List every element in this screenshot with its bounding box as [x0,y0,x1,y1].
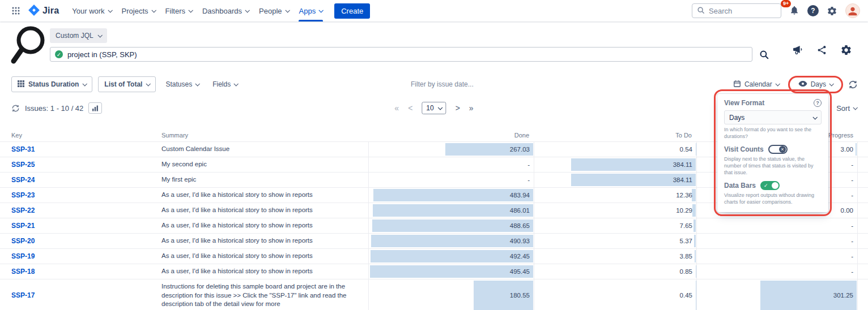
in-progress-duration-cell: - [696,249,858,264]
issue-key-cell: SSP-18 [11,264,161,279]
search-input[interactable] [709,7,776,15]
table-row: SSP-17 Instructions for deleting this sa… [0,279,868,310]
data-bar [695,250,696,262]
notification-badge: 9+ [781,0,791,7]
issue-key-link[interactable]: SSP-20 [11,237,35,245]
table-row: SSP-20 As a user, I'd like a historical … [0,233,868,248]
todo-value: 384.11 [673,161,692,168]
jql-input[interactable]: ✓ project in (SSP, SKP) [50,47,752,62]
chevron-down-icon [195,81,200,86]
issue-date-filter[interactable]: Filter by issue date... [411,80,474,88]
todo-value: 384.11 [673,176,692,183]
data-bars-toggle[interactable]: ✓ [760,181,780,190]
issue-key-link[interactable]: SSP-17 [11,291,35,299]
issue-key-link[interactable]: SSP-21 [11,222,35,230]
jql-search-icon[interactable] [759,50,769,59]
sync-icon[interactable] [848,80,858,89]
share-icon[interactable] [817,45,827,55]
visit-counts-toggle[interactable]: × [768,145,788,154]
primary-nav: Your work Projects Filters Dashboards Pe… [67,0,327,21]
view-format-label: Days [811,80,826,88]
todo-duration-cell: 10.29 [534,203,696,218]
first-page-button[interactable]: « [394,104,399,112]
app-switcher-icon[interactable] [8,4,24,18]
global-search[interactable] [692,3,781,18]
issue-key-link[interactable]: SSP-22 [11,206,35,214]
view-format-panel: View Format ? Days In which format do yo… [717,94,828,212]
data-bar [372,219,533,232]
nav-projects[interactable]: Projects [117,0,160,21]
create-button[interactable]: Create [334,3,370,19]
nav-right-actions: 9+ ? [692,3,860,18]
jira-status-duration-page: Jira Your work Projects Filters Dashboar… [0,0,868,310]
format-select[interactable]: Days [724,110,822,124]
panel-help-icon[interactable]: ? [814,99,822,107]
chevron-down-icon [108,8,112,12]
issue-key-link[interactable]: SSP-31 [11,145,35,153]
custom-jql-button[interactable]: Custom JQL [50,28,107,43]
nav-apps[interactable]: Apps [294,0,328,21]
col-header-key[interactable]: Key [11,132,161,139]
jira-logo[interactable]: Jira [26,5,65,18]
nav-dashboards-label: Dashboards [202,7,242,15]
in-progress-value: - [851,268,853,275]
last-page-button[interactable]: » [469,104,474,112]
issue-key-link[interactable]: SSP-19 [11,252,35,260]
fields-dropdown[interactable]: Fields [209,80,241,88]
todo-duration-cell: 0.85 [534,264,696,279]
view-format-dropdown[interactable]: Days [794,80,837,89]
table-row: SSP-18 As a user, I'd like a historical … [0,264,868,279]
chevron-down-icon [83,81,87,86]
next-page-button[interactable]: > [456,104,460,112]
done-value: - [527,161,530,168]
issue-summary: As a user, I'd like a historical story t… [161,264,368,279]
settings-button[interactable] [827,6,837,16]
page-size-select[interactable]: 10 [422,102,446,114]
fields-label: Fields [212,80,231,88]
nav-your-work[interactable]: Your work [67,0,116,21]
todo-value: 5.37 [680,238,692,244]
announcement-icon[interactable] [793,45,803,55]
help-button[interactable]: ? [807,5,819,16]
nav-people[interactable]: People [254,0,293,21]
todo-duration-cell: 384.11 [534,157,696,172]
sort-dropdown[interactable]: Sort [836,104,857,113]
in-progress-duration-cell: - [696,264,858,279]
col-header-todo[interactable]: To Do [534,132,696,139]
data-bars-label: Data Bars [724,182,756,190]
in-progress-duration-cell: - [696,234,858,248]
col-header-summary[interactable]: Summary [161,132,368,139]
chevron-down-icon [438,105,442,110]
col-header-done[interactable]: Done [368,132,534,139]
report-type-button[interactable]: Status Duration [11,76,92,92]
in-progress-value: 0.00 [841,207,853,214]
notifications-button[interactable]: 9+ [789,5,799,17]
view-format-header: View Format ? [724,99,822,107]
nav-your-work-label: Your work [72,7,104,15]
visit-counts-label: Visit Counts [724,145,764,153]
nav-dashboards[interactable]: Dashboards [197,0,254,21]
issue-key-link[interactable]: SSP-25 [11,161,35,169]
issue-key-link[interactable]: SSP-23 [11,191,35,199]
refresh-icon[interactable] [11,104,20,113]
statuses-dropdown[interactable]: Statuses [161,80,203,88]
toolbar-right: Calendar Days [729,80,858,89]
issue-key-link[interactable]: SSP-24 [11,176,35,184]
nav-filters[interactable]: Filters [160,0,197,21]
prev-page-button[interactable]: < [408,104,412,112]
chevron-down-icon [146,81,151,86]
list-type-button[interactable]: List of Total [98,76,156,92]
report-settings-gear-icon[interactable] [840,44,852,56]
chart-view-button[interactable] [88,102,102,114]
done-duration-cell: - [368,157,534,172]
avatar[interactable] [845,3,860,18]
done-duration-cell: 490.93 [368,234,534,248]
done-value: 180.55 [510,292,530,299]
nav-projects-label: Projects [122,7,148,15]
data-bar [371,235,533,247]
issue-key-link[interactable]: SSP-18 [11,268,35,275]
in-progress-value: - [851,253,853,260]
issue-key-cell: SSP-17 [11,279,161,310]
calendar-dropdown[interactable]: Calendar [729,80,783,89]
issue-summary: As a user, I'd like a historical story t… [161,218,368,233]
